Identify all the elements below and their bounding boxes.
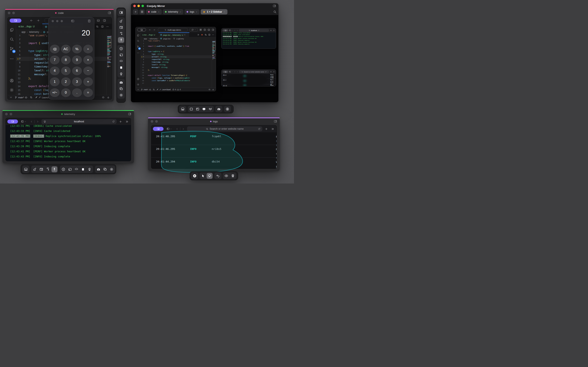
- split-editor-icon[interactable]: [208, 34, 210, 36]
- more-actions-icon[interactable]: [137, 52, 139, 54]
- new-tab-icon[interactable]: [119, 120, 122, 123]
- mirror-tab-telemetry[interactable]: telemetry: [163, 9, 183, 15]
- code-line[interactable]: 9 timestamp: string;: [141, 61, 212, 63]
- minimize-button[interactable]: [12, 12, 15, 14]
- code-line[interactable]: 3import { useEffect, useState, useRef } …: [141, 45, 212, 48]
- starburst-icon[interactable]: [201, 34, 203, 36]
- launchpad-status[interactable]: Launchpad: [156, 89, 171, 91]
- trash-button[interactable]: [230, 173, 236, 179]
- breadcrumb-item[interactable]: telemetry: [150, 38, 158, 40]
- close-tab-icon[interactable]: [196, 11, 198, 13]
- screen-share-pill[interactable]: [7, 119, 18, 124]
- sidebar-layout-icon[interactable]: [103, 19, 106, 22]
- sidebar-toggle-icon[interactable]: [273, 4, 276, 8]
- code-line[interactable]: 15 const [logs, setLogs] = useState<LogE…: [141, 77, 212, 79]
- url-bar[interactable]: localhost: [42, 119, 117, 124]
- logs-titlebar[interactable]: logs: [148, 118, 280, 124]
- close-button[interactable]: [5, 113, 8, 115]
- panel-layout-icon[interactable]: [208, 29, 210, 31]
- log-row[interactable]: 20:41:44.294INFOdbi54Worl proc hea: [151, 158, 277, 169]
- key-0-button[interactable]: 0: [61, 88, 71, 97]
- pin-button[interactable]: [118, 37, 124, 43]
- rect-filled-button[interactable]: [118, 65, 124, 70]
- split-editor-icon[interactable]: [101, 25, 104, 28]
- window-minus-button[interactable]: [67, 166, 73, 172]
- breadcrumb-item[interactable]: app: [21, 31, 26, 33]
- url-bar[interactable]: Search or enter website name: [187, 126, 262, 131]
- screen-share-pill[interactable]: [153, 127, 164, 131]
- split-editor-icon[interactable]: [204, 29, 206, 31]
- compass-button[interactable]: [118, 46, 124, 51]
- cursor-click-button[interactable]: [45, 166, 51, 172]
- forward-icon[interactable]: [236, 71, 238, 73]
- key-9-button[interactable]: 9: [72, 55, 82, 64]
- key-3-button[interactable]: 3: [72, 77, 82, 86]
- sidebar-toggle-icon[interactable]: [71, 19, 74, 23]
- log-row[interactable]: 20:41:48.295PERFfcqe6lRepl sync stat: [151, 132, 277, 145]
- screen-share-pill[interactable]: [223, 71, 228, 73]
- copilot-icon[interactable]: [208, 89, 210, 91]
- back-icon[interactable]: [176, 128, 178, 130]
- remote-indicator-icon[interactable]: [9, 96, 12, 99]
- lasso-button[interactable]: [207, 173, 213, 179]
- broadcast-button[interactable]: [208, 106, 213, 112]
- code-window-titlebar[interactable]: code: [5, 10, 114, 16]
- key-7-button[interactable]: 7: [50, 55, 60, 64]
- sidebar-toggle-icon[interactable]: [274, 120, 277, 123]
- minimap[interactable]: [106, 35, 112, 95]
- tab-logs-page[interactable]: e.tsx .../logsU: [16, 24, 42, 29]
- telemetry-titlebar[interactable]: telemetry: [2, 111, 134, 117]
- cursor-click-button[interactable]: [118, 31, 124, 36]
- breadcrumb-item[interactable]: telemetry: [29, 31, 39, 33]
- code-line[interactable]: 5type LogEntry = {: [141, 50, 212, 53]
- code-line[interactable]: 13: [141, 71, 212, 74]
- browser-frame-button[interactable]: [118, 25, 124, 30]
- key-5-button[interactable]: 5: [61, 67, 71, 75]
- sparkle-button[interactable]: [118, 58, 124, 64]
- window-pip-button[interactable]: [195, 106, 200, 112]
- mirrored-logs-window[interactable]: Search or enter website name 20:4Memo us…: [221, 69, 276, 86]
- mirrored-code-window[interactable]: multi-app-demo 14: [135, 27, 216, 91]
- code-line[interactable]: 8 requestId?: string;: [141, 58, 212, 61]
- close-button[interactable]: [8, 12, 10, 14]
- forward-icon[interactable]: [236, 30, 238, 31]
- key-8-button[interactable]: 8: [61, 55, 71, 64]
- key-backspace-button[interactable]: [50, 45, 60, 53]
- notifications-bell-icon[interactable]: [212, 89, 214, 91]
- lightbulb-icon[interactable]: [17, 58, 19, 60]
- mirror-titlebar[interactable]: Conjuly Mirror: [131, 3, 278, 8]
- code-editor[interactable]: 1"use client";23import { useEffect, useS…: [141, 40, 216, 87]
- layout-grid-icon[interactable]: [199, 29, 202, 31]
- telemetry-window[interactable]: telemetry localhost [12:43:31 PM] [DEBUG…: [2, 110, 134, 163]
- panel-bottom-button[interactable]: [23, 166, 29, 172]
- back-icon[interactable]: [234, 30, 236, 31]
- browser-frame-button[interactable]: [38, 166, 44, 172]
- code-line[interactable]: 2: [141, 42, 212, 45]
- remote-indicator-icon[interactable]: [137, 89, 139, 91]
- copy-stack-button[interactable]: [118, 86, 124, 92]
- minimize-button[interactable]: [138, 5, 140, 7]
- key-×-button[interactable]: ×: [83, 55, 93, 64]
- search-icon[interactable]: [137, 40, 139, 42]
- sidebar-button[interactable]: [165, 126, 173, 131]
- unlock-button[interactable]: [32, 166, 38, 172]
- logs-window[interactable]: logs Search or enter website name 20:41:…: [148, 117, 280, 171]
- close-button[interactable]: [133, 5, 136, 7]
- breadcrumb[interactable]: app›telemetry›page.tsx›LogEntry: [141, 37, 216, 40]
- key-AC-button[interactable]: AC: [61, 45, 71, 53]
- breadcrumb-item[interactable]: LogEntry: [176, 38, 184, 40]
- overflow-icon[interactable]: [271, 127, 274, 131]
- run-icon[interactable]: [197, 34, 199, 36]
- refresh-icon[interactable]: [112, 120, 115, 123]
- compare-changes-icon[interactable]: [205, 34, 207, 36]
- overflow-icon[interactable]: [273, 71, 275, 73]
- key-+-button[interactable]: +: [83, 77, 93, 86]
- refresh-icon[interactable]: [258, 30, 259, 31]
- close-tab-icon[interactable]: [158, 11, 160, 13]
- refresh-icon[interactable]: [265, 71, 267, 73]
- search-icon[interactable]: [273, 10, 277, 13]
- refresh-icon[interactable]: [258, 128, 260, 130]
- key-.-button[interactable]: .: [72, 88, 82, 97]
- sidebar-layout-icon[interactable]: [212, 29, 214, 31]
- mirror-tab-code[interactable]: code: [146, 9, 162, 15]
